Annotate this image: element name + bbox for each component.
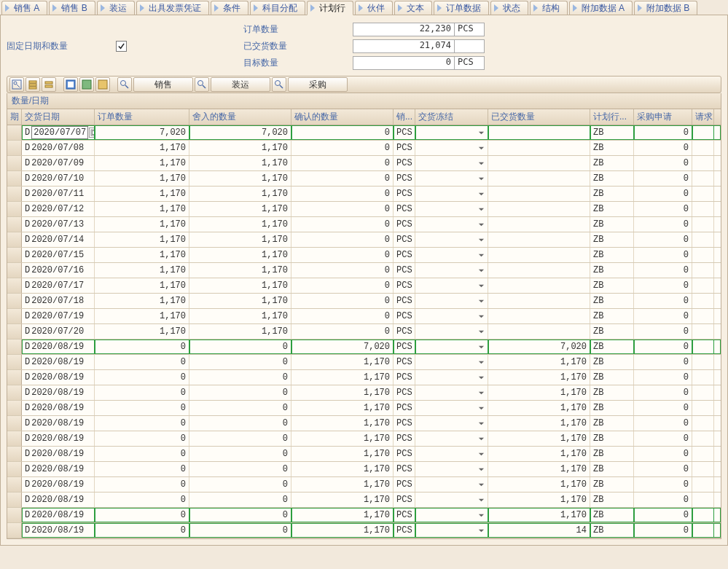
row-selector[interactable] [7,493,22,507]
cell-delivered-qty[interactable] [488,263,590,278]
row-selector[interactable] [7,248,22,262]
cell-unit[interactable]: PCS [394,385,415,400]
cell-rounded-qty[interactable]: 0 [189,477,291,492]
sales-button[interactable]: 销售 [133,77,193,92]
cell-schedline-cat[interactable]: ZB [590,278,634,293]
row-selector[interactable] [7,324,22,339]
table-row[interactable]: D2020/07/131,1701,1700PCSZB0 [7,217,721,232]
cell-unit[interactable]: PCS [394,523,415,538]
col-header-9[interactable]: 采购申请 [634,109,692,125]
cell-rounded-qty[interactable]: 7,020 [189,125,291,140]
cell-purchase-req[interactable]: 0 [634,477,692,492]
cell-delivered-qty[interactable] [488,202,590,216]
table-row[interactable]: D2020/07/141,1701,1700PCSZB0 [7,232,721,248]
row-selector[interactable] [7,447,22,461]
cell-delivery-block[interactable] [415,523,488,538]
qty-value-0[interactable]: 22,230 [353,23,455,36]
cell-request[interactable] [692,385,714,400]
cell-period[interactable]: D2020/07/16 [22,263,95,278]
row-selector[interactable] [7,202,22,216]
cell-request[interactable] [692,171,714,186]
cell-delivery-block[interactable] [415,401,488,415]
col-header-10[interactable]: 请求... [692,109,714,125]
cell-delivery-block[interactable] [415,477,488,492]
cell-period[interactable]: D2020/08/19 [22,523,95,538]
row-selector[interactable] [7,431,22,446]
col-header-7[interactable]: 已交货数量 [488,109,590,125]
row-selector[interactable] [7,477,22,492]
cell-delivered-qty[interactable]: 1,170 [488,477,590,492]
tab-10[interactable]: 状态 [490,1,528,15]
cell-period[interactable]: D2020/08/19 [22,462,95,476]
cell-period[interactable]: D2020/08/19 [22,508,95,522]
cell-unit[interactable]: PCS [394,187,415,201]
cell-rounded-qty[interactable]: 1,170 [189,263,291,278]
cell-schedline-cat[interactable]: ZB [590,217,634,232]
cell-rounded-qty[interactable]: 1,170 [189,171,291,186]
cell-order-qty[interactable]: 1,170 [95,156,189,170]
tab-2[interactable]: 装运 [97,1,135,15]
cell-delivered-qty[interactable] [488,125,590,140]
col-header-1[interactable]: 交货日期 [22,109,95,125]
cell-purchase-req[interactable]: 0 [634,202,692,216]
cell-delivery-block[interactable] [415,294,488,308]
cell-purchase-req[interactable]: 0 [634,125,692,140]
cell-request[interactable] [692,370,714,385]
table-row[interactable]: D2020/07/181,1701,1700PCSZB0 [7,294,721,309]
display-all-icon[interactable] [63,77,78,92]
cell-confirmed-qty[interactable]: 1,170 [291,477,394,492]
cell-order-qty[interactable]: 1,170 [95,141,189,155]
table-row[interactable]: D2020/07/081,1701,1700PCSZB0 [7,141,721,156]
cell-order-qty[interactable]: 1,170 [95,309,189,323]
tab-8[interactable]: 文本 [394,1,432,15]
cell-period[interactable]: D2020/07/11 [22,187,95,201]
cell-order-qty[interactable]: 0 [95,431,189,446]
cell-purchase-req[interactable]: 0 [634,340,692,354]
cell-delivery-block[interactable] [415,141,488,155]
cell-rounded-qty[interactable]: 0 [189,431,291,446]
cell-schedline-cat[interactable]: ZB [590,232,634,247]
cell-delivered-qty[interactable]: 1,170 [488,508,590,522]
cell-delivery-block[interactable] [415,462,488,476]
cell-purchase-req[interactable]: 0 [634,401,692,415]
cell-delivery-block[interactable] [415,385,488,400]
value-help-icon[interactable] [89,127,95,138]
cell-request[interactable] [692,431,714,446]
qty-value-2[interactable]: 0 [353,56,455,70]
cell-request[interactable] [692,248,714,262]
cell-rounded-qty[interactable]: 1,170 [189,248,291,262]
cell-schedline-cat[interactable]: ZB [590,447,634,461]
delete-row-icon[interactable] [42,77,56,92]
cell-unit[interactable]: PCS [394,278,415,293]
cell-period[interactable]: D2020/08/19 [22,340,95,354]
cell-delivery-block[interactable] [415,431,488,446]
cell-purchase-req[interactable]: 0 [634,370,692,385]
cell-delivered-qty[interactable] [488,141,590,155]
cell-delivered-qty[interactable]: 1,170 [488,355,590,369]
cell-purchase-req[interactable]: 0 [634,324,692,339]
table-row[interactable]: D2020/07/121,1701,1700PCSZB0 [7,202,721,217]
cell-purchase-req[interactable]: 0 [634,309,692,323]
cell-request[interactable] [692,232,714,247]
cell-period[interactable]: D2020/08/19 [22,401,95,415]
cell-rounded-qty[interactable]: 0 [189,370,291,385]
cell-delivery-block[interactable] [415,187,488,201]
cell-confirmed-qty[interactable]: 1,170 [291,370,394,385]
cell-schedline-cat[interactable]: ZB [590,125,634,140]
row-selector[interactable] [7,171,22,186]
cell-request[interactable] [692,263,714,278]
row-selector[interactable] [7,309,22,323]
cell-delivered-qty[interactable]: 7,020 [488,340,590,354]
cell-request[interactable] [692,523,714,538]
cell-order-qty[interactable]: 0 [95,447,189,461]
cell-purchase-req[interactable]: 0 [634,248,692,262]
cell-request[interactable] [692,355,714,369]
cell-confirmed-qty[interactable]: 1,170 [291,431,394,446]
qty-unit-1[interactable] [455,39,485,53]
delivery-date-input[interactable]: 2020/07/07 [31,126,88,139]
cell-schedline-cat[interactable]: ZB [590,416,634,431]
cell-delivered-qty[interactable]: 1,170 [488,462,590,476]
table-row[interactable]: D2020/07/077,0207,0200PCSZB0 [7,125,721,141]
cell-period[interactable]: D2020/07/20 [22,324,95,339]
cell-purchase-req[interactable]: 0 [634,493,692,507]
